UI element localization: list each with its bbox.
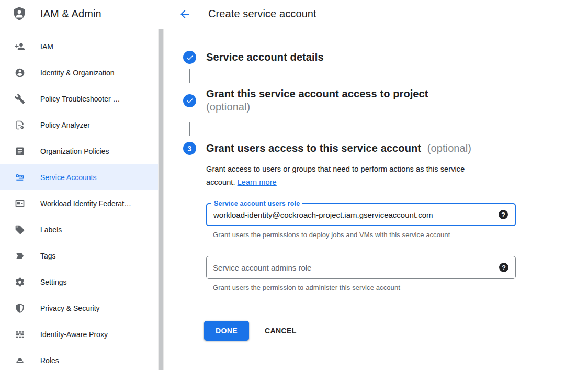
sidebar-header: IAM & Admin [0, 0, 165, 28]
shield-half-icon [15, 303, 25, 313]
sidebar-item-label: IAM [40, 42, 53, 51]
sidebar-item-policy-troubleshooter[interactable]: Policy Troubleshooter … [0, 86, 158, 112]
policy-analyzer-icon [15, 120, 25, 130]
account-circle-icon [15, 68, 25, 78]
sidebar-item-labels[interactable]: Labels [0, 217, 158, 243]
back-button[interactable] [178, 7, 191, 21]
sidebar-item-roles[interactable]: Roles [0, 347, 158, 370]
gear-icon [15, 277, 25, 287]
admins-role-input[interactable] [207, 256, 515, 278]
iam-admin-shield-icon [12, 6, 27, 23]
back-arrow-icon [178, 8, 191, 20]
check-icon [186, 53, 194, 62]
sidebar-item-label: Labels [40, 226, 62, 234]
sidebar-item-iam[interactable]: IAM [0, 33, 158, 60]
step-1-row: Service account details [183, 51, 588, 64]
sidebar-item-tags[interactable]: Tags [0, 243, 158, 269]
article-icon [15, 146, 25, 156]
step-3-title[interactable]: Grant users access to this service accou… [206, 142, 471, 155]
sidebar-item-label: Policy Troubleshooter … [40, 95, 120, 103]
sidebar-item-label: Workload Identity Federat… [40, 199, 131, 208]
step-3-row: 3 Grant users access to this service acc… [183, 142, 588, 155]
sidebar-item-workload-identity-federation[interactable]: Workload Identity Federat… [0, 190, 158, 217]
sidebar-item-label: Identity-Aware Proxy [40, 330, 108, 339]
users-role-helper-text: Grant users the permissions to deploy jo… [213, 231, 588, 239]
cancel-button[interactable]: CANCEL [265, 327, 297, 335]
wrench-icon [15, 94, 25, 104]
step-2-check-badge [183, 94, 196, 107]
sidebar: IAM & Admin IAM Identity & Organization … [0, 0, 165, 370]
service-account-users-role-field: Service account users role ? [206, 203, 516, 226]
step-3-content: Grant access to users or groups that nee… [206, 163, 588, 341]
proxy-icon [15, 329, 25, 340]
step-1-title[interactable]: Service account details [206, 51, 324, 64]
learn-more-link[interactable]: Learn more [238, 178, 277, 186]
label-icon [15, 225, 25, 235]
sidebar-item-label: Privacy & Security [40, 304, 100, 312]
tag-arrow-icon [15, 251, 25, 261]
sidebar-nav: IAM Identity & Organization Policy Troub… [0, 28, 165, 370]
step-2-row: Grant this service account access to pro… [183, 87, 588, 114]
wizard-content: Service account details Grant this servi… [166, 28, 588, 341]
step-2-title[interactable]: Grant this service account access to pro… [206, 87, 428, 114]
card-icon [15, 198, 25, 209]
sidebar-item-organization-policies[interactable]: Organization Policies [0, 138, 158, 164]
sidebar-item-identity-aware-proxy[interactable]: Identity-Aware Proxy [0, 321, 158, 347]
service-account-key-icon [15, 172, 25, 183]
hat-icon [15, 355, 25, 366]
sidebar-item-settings[interactable]: Settings [0, 269, 158, 295]
check-icon [186, 96, 194, 105]
sidebar-item-identity-organization[interactable]: Identity & Organization [0, 60, 158, 86]
step-3-optional-label: (optional) [427, 142, 471, 154]
sidebar-item-label: Organization Policies [40, 147, 109, 155]
wizard-actions: DONE CANCEL [204, 321, 588, 341]
sidebar-item-label: Service Accounts [40, 173, 96, 182]
stepper-connector [189, 122, 190, 136]
sidebar-item-label: Policy Analyzer [40, 121, 90, 129]
stepper-connector [189, 69, 190, 83]
sidebar-item-label: Settings [40, 278, 67, 286]
step-3-description: Grant access to users or groups that nee… [206, 163, 500, 189]
step-3-number-badge: 3 [183, 142, 196, 155]
step-2-optional-label: (optional) [206, 100, 428, 114]
main-panel: Create service account Service account d… [166, 0, 588, 370]
users-role-help-icon[interactable]: ? [499, 210, 508, 219]
sidebar-scrollbar[interactable] [158, 29, 164, 370]
sidebar-item-label: Tags [40, 252, 56, 260]
step-1-check-badge [183, 51, 196, 64]
admins-role-helper-text: Grant users the permission to administer… [213, 284, 588, 291]
sidebar-item-policy-analyzer[interactable]: Policy Analyzer [0, 112, 158, 138]
product-name: IAM & Admin [40, 8, 101, 20]
sidebar-item-label: Roles [40, 356, 59, 365]
users-role-floating-label: Service account users role [211, 199, 302, 208]
done-button[interactable]: DONE [204, 321, 249, 341]
sidebar-item-service-accounts[interactable]: Service Accounts [0, 164, 158, 190]
sidebar-item-privacy-security[interactable]: Privacy & Security [0, 295, 158, 321]
page-title: Create service account [208, 8, 316, 20]
page-header: Create service account [166, 0, 588, 28]
person-add-icon [15, 41, 25, 52]
sidebar-item-label: Identity & Organization [40, 69, 115, 77]
admins-role-help-icon[interactable]: ? [499, 263, 508, 272]
service-account-admins-role-field: ? [206, 256, 516, 279]
